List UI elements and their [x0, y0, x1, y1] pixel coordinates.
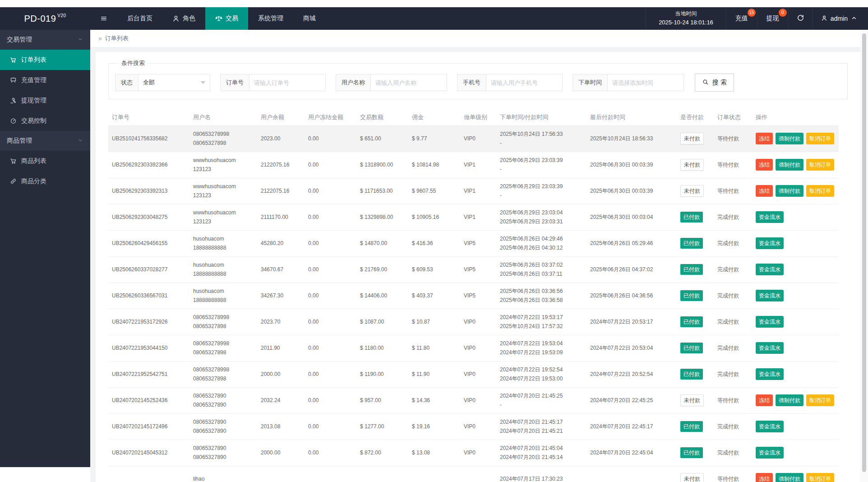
vip-level-cell: VIP0	[460, 125, 496, 152]
frozen-amount-cell	[305, 466, 356, 482]
paid-cell: 已付款	[677, 256, 714, 283]
vip-level-cell: VIP0	[460, 361, 496, 387]
search-panel: 条件搜索 状态 全部 订单号 用户名称	[108, 59, 848, 99]
order-status-cell: 完成付款	[714, 204, 752, 230]
commission-cell: $ 10905.16	[408, 204, 460, 230]
fund-flow-button[interactable]: 资金流水	[756, 290, 784, 301]
phone-label: 手机号	[457, 74, 486, 91]
order-no-input[interactable]	[249, 74, 326, 91]
screen: PD-019 V20 后台首页角色交易系统管理商城 当地时间 2025-10-2…	[0, 0, 868, 482]
sidebar-item-recharge-management[interactable]: 充值管理	[0, 70, 90, 90]
search-button[interactable]: 搜 索	[695, 74, 734, 92]
frozen-amount-cell: 0.00	[305, 256, 356, 283]
sidebar-section-label: 商品管理	[7, 137, 32, 145]
order-no-cell: UB2407221953172926	[108, 309, 189, 335]
paid-status-badge: 未付款	[680, 185, 704, 197]
paid-status-badge: 未付款	[680, 473, 704, 482]
nav-item-role[interactable]: 角色	[162, 7, 205, 30]
freeze-button[interactable]: 冻结	[756, 473, 773, 482]
withdraw-link[interactable]: 提现 0	[757, 7, 788, 30]
paid-status-badge: 已付款	[680, 343, 703, 353]
chevron-down-icon	[78, 137, 83, 144]
sidebar-item-goods-category[interactable]: 商品分类	[0, 171, 90, 191]
order-no-label: 订单号	[220, 74, 249, 91]
nav-item-collapse[interactable]	[90, 7, 117, 30]
cancel-order-button[interactable]: 取消订单	[806, 159, 834, 171]
nav-item-trade[interactable]: 交易	[205, 7, 248, 30]
paid-status-badge: 未付款	[680, 159, 704, 171]
scrollbar-thumb[interactable]	[862, 33, 866, 472]
actions-cell: 资金流水	[752, 413, 839, 440]
actions-cell: 冻结强制付款取消订单	[752, 125, 839, 152]
freeze-button[interactable]: 冻结	[756, 133, 773, 144]
paid-cell: 已付款	[677, 440, 714, 466]
sidebar-section-trade-management[interactable]: 交易管理	[0, 30, 90, 50]
fund-flow-button[interactable]: 资金流水	[756, 368, 784, 380]
recharge-badge: 15	[748, 9, 756, 17]
force-pay-button[interactable]: 强制付款	[776, 473, 803, 482]
commission-cell: $ 11.80	[408, 335, 460, 361]
trade-amount-cell: $ 14870.00	[356, 230, 408, 256]
sidebar-item-order-list[interactable]: 订单列表	[0, 50, 90, 70]
fund-flow-button[interactable]: 资金流水	[756, 316, 784, 328]
user-name: admin	[831, 15, 848, 22]
table-row: UB24072021452524360806532789008065327890…	[108, 387, 839, 413]
order-status-cell: 完成付款	[714, 440, 752, 466]
paid-cell: 已付款	[677, 335, 714, 361]
username-input[interactable]	[370, 74, 447, 91]
cancel-order-button[interactable]: 取消订单	[806, 185, 834, 197]
order-status-cell: 完成付款	[714, 283, 752, 309]
order-time-cell: 2025年06月26日 03:36:562025年06月26日 03:36:58	[496, 283, 586, 309]
order-status-cell: 完成付款	[714, 413, 752, 440]
freeze-button[interactable]: 冻结	[756, 185, 773, 197]
paid-cell: 已付款	[677, 309, 714, 335]
fund-flow-button[interactable]: 资金流水	[756, 211, 784, 223]
actions-cell: 资金流水	[752, 335, 839, 361]
recharge-link[interactable]: 充值 15	[726, 7, 757, 30]
phone-input[interactable]	[486, 74, 563, 91]
scrollbar[interactable]	[860, 30, 868, 482]
commission-cell: $ 19.16	[408, 413, 460, 440]
vip-level-cell: VIP0	[460, 309, 496, 335]
frozen-amount-cell: 0.00	[305, 335, 356, 361]
username-cell: wwwhusohuacom123123	[189, 204, 257, 230]
sidebar-item-trade-control[interactable]: 交易控制	[0, 111, 90, 131]
fund-flow-button[interactable]: 资金流水	[756, 342, 784, 354]
order-time-input[interactable]	[607, 74, 684, 91]
sidebar-section-goods-management[interactable]: 商品管理	[0, 131, 90, 151]
force-pay-button[interactable]: 强制付款	[776, 394, 803, 406]
order-no-cell: UB2506260429456155	[108, 230, 189, 256]
trade-amount-cell: $ 1087.00	[356, 309, 408, 335]
force-pay-button[interactable]: 强制付款	[776, 133, 803, 144]
status-select[interactable]: 全部	[138, 74, 210, 91]
fund-flow-button[interactable]: 资金流水	[756, 421, 784, 432]
freeze-button[interactable]: 冻结	[756, 394, 773, 406]
username-cell: 0806532789008065327890	[189, 413, 257, 440]
cancel-order-button[interactable]: 取消订单	[806, 133, 834, 144]
freeze-button[interactable]: 冻结	[756, 159, 773, 171]
recharge-label: 充值	[735, 14, 748, 23]
sidebar-item-withdraw-management[interactable]: 提现管理	[0, 90, 90, 111]
column-header: 订单号	[108, 109, 189, 125]
frozen-amount-cell: 0.00	[305, 387, 356, 413]
nav-item-home[interactable]: 后台首页	[117, 7, 162, 30]
force-pay-button[interactable]: 强制付款	[776, 185, 803, 197]
paid-status-badge: 已付款	[680, 447, 703, 458]
username-cell: husohuacom18888888888	[189, 230, 257, 256]
fund-flow-button[interactable]: 资金流水	[756, 237, 784, 249]
force-pay-button[interactable]: 强制付款	[776, 159, 803, 171]
user-menu[interactable]: admin	[813, 7, 868, 30]
nav-item-mall[interactable]: 商城	[293, 7, 326, 30]
fund-flow-button[interactable]: 资金流水	[756, 447, 784, 459]
order-no-cell: UB2407202145172496	[108, 413, 189, 440]
order-status-cell: 完成付款	[714, 230, 752, 256]
refresh-button[interactable]	[788, 7, 813, 30]
cancel-order-button[interactable]: 取消订单	[806, 473, 834, 482]
nav-item-system[interactable]: 系统管理	[248, 7, 293, 30]
fund-flow-button[interactable]: 资金流水	[756, 264, 784, 275]
sidebar-item-goods-list[interactable]: 商品列表	[0, 151, 90, 171]
withdraw-badge: 0	[779, 9, 787, 17]
cancel-order-button[interactable]: 取消订单	[806, 394, 834, 406]
order-status-cell: 完成付款	[714, 361, 752, 387]
board-icon	[10, 77, 17, 83]
